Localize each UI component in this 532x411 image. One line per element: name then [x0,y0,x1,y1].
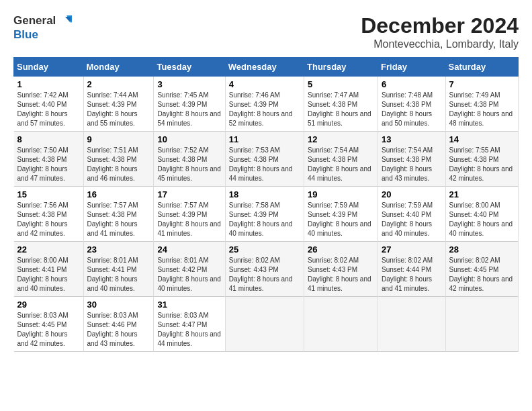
day-info: Sunrise: 8:02 AM Sunset: 4:43 PM Dayligh… [308,256,374,293]
day-number: 18 [229,189,300,199]
logo-general: General [13,14,56,28]
calendar-cell [304,297,378,352]
day-info: Sunrise: 7:54 AM Sunset: 4:38 PM Dayligh… [382,146,441,183]
calendar-cell: 21 Sunrise: 8:00 AM Sunset: 4:40 PM Dayl… [445,187,519,242]
day-info: Sunrise: 7:42 AM Sunset: 4:40 PM Dayligh… [17,91,80,128]
header: General Blue December 2024 Montevecchia,… [13,13,519,50]
logo-bird-icon [57,13,72,28]
day-info: Sunrise: 7:59 AM Sunset: 4:39 PM Dayligh… [308,201,374,238]
weekday-header-tuesday: Tuesday [154,58,225,77]
calendar-cell: 19 Sunrise: 7:59 AM Sunset: 4:39 PM Dayl… [304,187,378,242]
day-number: 13 [382,134,441,144]
day-number: 24 [157,244,221,255]
day-number: 27 [382,244,441,255]
calendar-cell: 2 Sunrise: 7:44 AM Sunset: 4:39 PM Dayli… [83,77,154,132]
day-number: 5 [308,79,374,89]
day-info: Sunrise: 7:56 AM Sunset: 4:38 PM Dayligh… [17,201,80,238]
calendar-cell: 30 Sunrise: 8:03 AM Sunset: 4:46 PM Dayl… [83,297,154,352]
day-info: Sunrise: 7:54 AM Sunset: 4:38 PM Dayligh… [308,146,374,183]
day-number: 7 [449,79,515,89]
calendar-cell: 13 Sunrise: 7:54 AM Sunset: 4:38 PM Dayl… [378,132,445,187]
day-number: 21 [449,189,515,199]
day-number: 26 [308,244,374,255]
weekday-header-friday: Friday [378,58,445,77]
day-info: Sunrise: 7:47 AM Sunset: 4:38 PM Dayligh… [308,91,374,128]
day-info: Sunrise: 7:57 AM Sunset: 4:39 PM Dayligh… [157,201,221,238]
week-row-4: 22 Sunrise: 8:00 AM Sunset: 4:41 PM Dayl… [14,242,519,297]
calendar-cell: 17 Sunrise: 7:57 AM Sunset: 4:39 PM Dayl… [154,187,225,242]
day-number: 25 [229,244,300,255]
calendar-cell [225,297,304,352]
calendar-cell: 31 Sunrise: 8:03 AM Sunset: 4:47 PM Dayl… [154,297,225,352]
day-info: Sunrise: 8:03 AM Sunset: 4:46 PM Dayligh… [87,311,150,349]
day-info: Sunrise: 7:45 AM Sunset: 4:39 PM Dayligh… [157,91,221,128]
calendar-cell: 3 Sunrise: 7:45 AM Sunset: 4:39 PM Dayli… [154,77,225,132]
day-info: Sunrise: 8:01 AM Sunset: 4:42 PM Dayligh… [157,256,221,293]
day-number: 12 [308,134,374,144]
day-number: 6 [382,79,441,89]
svg-marker-1 [65,17,71,23]
day-info: Sunrise: 7:48 AM Sunset: 4:38 PM Dayligh… [382,91,441,128]
calendar-cell: 29 Sunrise: 8:03 AM Sunset: 4:45 PM Dayl… [14,297,84,352]
day-info: Sunrise: 8:00 AM Sunset: 4:40 PM Dayligh… [449,201,515,238]
weekday-header-sunday: Sunday [14,58,84,77]
calendar-cell: 11 Sunrise: 7:53 AM Sunset: 4:38 PM Dayl… [225,132,304,187]
day-number: 4 [229,79,300,89]
weekday-header-monday: Monday [83,58,154,77]
sub-title: Montevecchia, Lombardy, Italy [361,38,519,50]
day-number: 31 [157,300,221,310]
calendar-cell [378,297,445,352]
day-number: 15 [17,189,80,199]
calendar-cell: 14 Sunrise: 7:55 AM Sunset: 4:38 PM Dayl… [445,132,519,187]
calendar-cell [445,297,519,352]
calendar-cell: 9 Sunrise: 7:51 AM Sunset: 4:38 PM Dayli… [83,132,154,187]
main-title: December 2024 [361,13,519,38]
logo: General Blue [13,13,72,42]
calendar-cell: 1 Sunrise: 7:42 AM Sunset: 4:40 PM Dayli… [14,77,84,132]
day-number: 30 [87,300,150,310]
calendar-cell: 20 Sunrise: 7:59 AM Sunset: 4:40 PM Dayl… [378,187,445,242]
calendar-cell: 6 Sunrise: 7:48 AM Sunset: 4:38 PM Dayli… [378,77,445,132]
day-info: Sunrise: 7:55 AM Sunset: 4:38 PM Dayligh… [449,146,515,183]
week-row-3: 15 Sunrise: 7:56 AM Sunset: 4:38 PM Dayl… [14,187,519,242]
day-number: 3 [157,79,221,89]
day-info: Sunrise: 8:01 AM Sunset: 4:41 PM Dayligh… [87,256,150,293]
day-info: Sunrise: 8:03 AM Sunset: 4:45 PM Dayligh… [17,311,80,349]
day-info: Sunrise: 8:02 AM Sunset: 4:44 PM Dayligh… [382,256,441,293]
title-area: December 2024 Montevecchia, Lombardy, It… [361,13,519,50]
calendar-cell: 4 Sunrise: 7:46 AM Sunset: 4:39 PM Dayli… [225,77,304,132]
day-number: 17 [157,189,221,199]
day-info: Sunrise: 7:52 AM Sunset: 4:38 PM Dayligh… [157,146,221,183]
day-number: 29 [17,300,80,310]
day-info: Sunrise: 7:51 AM Sunset: 4:38 PM Dayligh… [87,146,150,183]
weekday-header-wednesday: Wednesday [225,58,304,77]
day-number: 9 [87,134,150,144]
day-info: Sunrise: 8:00 AM Sunset: 4:41 PM Dayligh… [17,256,80,293]
day-number: 19 [308,189,374,199]
calendar-cell: 25 Sunrise: 8:02 AM Sunset: 4:43 PM Dayl… [225,242,304,297]
day-info: Sunrise: 7:53 AM Sunset: 4:38 PM Dayligh… [229,146,300,183]
calendar-cell: 24 Sunrise: 8:01 AM Sunset: 4:42 PM Dayl… [154,242,225,297]
day-number: 23 [87,244,150,255]
calendar-cell: 15 Sunrise: 7:56 AM Sunset: 4:38 PM Dayl… [14,187,84,242]
day-number: 20 [382,189,441,199]
calendar-table: SundayMondayTuesdayWednesdayThursdayFrid… [13,57,519,352]
calendar-cell: 10 Sunrise: 7:52 AM Sunset: 4:38 PM Dayl… [154,132,225,187]
day-info: Sunrise: 7:59 AM Sunset: 4:40 PM Dayligh… [382,201,441,238]
day-number: 22 [17,244,80,255]
day-number: 16 [87,189,150,199]
calendar-cell: 16 Sunrise: 7:57 AM Sunset: 4:38 PM Dayl… [83,187,154,242]
day-number: 11 [229,134,300,144]
day-info: Sunrise: 7:58 AM Sunset: 4:39 PM Dayligh… [229,201,300,238]
day-info: Sunrise: 7:50 AM Sunset: 4:38 PM Dayligh… [17,146,80,183]
week-row-5: 29 Sunrise: 8:03 AM Sunset: 4:45 PM Dayl… [14,297,519,352]
calendar-cell: 28 Sunrise: 8:02 AM Sunset: 4:45 PM Dayl… [445,242,519,297]
day-number: 1 [17,79,80,89]
day-number: 10 [157,134,221,144]
day-number: 2 [87,79,150,89]
logo-blue: Blue [13,28,38,42]
calendar-cell: 7 Sunrise: 7:49 AM Sunset: 4:38 PM Dayli… [445,77,519,132]
day-number: 14 [449,134,515,144]
day-info: Sunrise: 7:57 AM Sunset: 4:38 PM Dayligh… [87,201,150,238]
day-info: Sunrise: 8:02 AM Sunset: 4:45 PM Dayligh… [449,256,515,293]
